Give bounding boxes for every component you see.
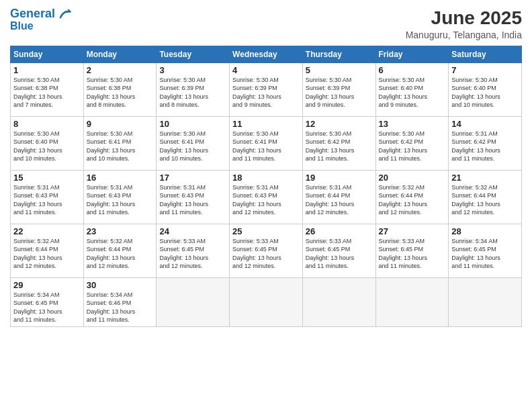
day-number: 20 bbox=[379, 173, 446, 183]
header-row: Sunday Monday Tuesday Wednesday Thursday… bbox=[11, 46, 522, 62]
day-number: 30 bbox=[87, 280, 154, 290]
day-number: 15 bbox=[13, 173, 81, 183]
calendar-cell: 13Sunrise: 5:30 AM Sunset: 6:42 PM Dayli… bbox=[375, 116, 449, 170]
day-info: Sunrise: 5:32 AM Sunset: 6:44 PM Dayligh… bbox=[87, 237, 154, 271]
calendar-cell: 2Sunrise: 5:30 AM Sunset: 6:38 PM Daylig… bbox=[83, 62, 157, 116]
calendar-cell: 22Sunrise: 5:32 AM Sunset: 6:44 PM Dayli… bbox=[11, 224, 84, 277]
day-info: Sunrise: 5:33 AM Sunset: 6:45 PM Dayligh… bbox=[232, 237, 300, 271]
calendar-cell: 30Sunrise: 5:34 AM Sunset: 6:46 PM Dayli… bbox=[83, 277, 157, 326]
day-number: 21 bbox=[451, 173, 519, 183]
calendar-week-4: 22Sunrise: 5:32 AM Sunset: 6:44 PM Dayli… bbox=[11, 224, 522, 277]
calendar-cell: 8Sunrise: 5:30 AM Sunset: 6:40 PM Daylig… bbox=[11, 116, 84, 170]
day-info: Sunrise: 5:30 AM Sunset: 6:40 PM Dayligh… bbox=[13, 130, 81, 163]
day-number: 14 bbox=[451, 119, 519, 129]
col-tuesday: Tuesday bbox=[157, 46, 230, 62]
day-info: Sunrise: 5:30 AM Sunset: 6:39 PM Dayligh… bbox=[306, 76, 373, 109]
day-info: Sunrise: 5:31 AM Sunset: 6:43 PM Dayligh… bbox=[13, 183, 81, 217]
col-friday: Friday bbox=[375, 46, 449, 62]
calendar-week-1: 1Sunrise: 5:30 AM Sunset: 6:38 PM Daylig… bbox=[11, 62, 522, 116]
day-info: Sunrise: 5:30 AM Sunset: 6:40 PM Dayligh… bbox=[451, 76, 519, 109]
day-info: Sunrise: 5:32 AM Sunset: 6:44 PM Dayligh… bbox=[379, 183, 446, 217]
day-number: 26 bbox=[306, 226, 373, 236]
day-number: 22 bbox=[13, 226, 81, 236]
day-info: Sunrise: 5:31 AM Sunset: 6:43 PM Dayligh… bbox=[87, 183, 154, 217]
day-info: Sunrise: 5:34 AM Sunset: 6:46 PM Dayligh… bbox=[87, 291, 154, 324]
day-number: 4 bbox=[232, 65, 300, 75]
day-number: 19 bbox=[306, 173, 373, 183]
calendar-cell bbox=[449, 277, 522, 326]
day-info: Sunrise: 5:30 AM Sunset: 6:42 PM Dayligh… bbox=[306, 130, 373, 163]
day-number: 24 bbox=[159, 226, 226, 236]
calendar-cell: 16Sunrise: 5:31 AM Sunset: 6:43 PM Dayli… bbox=[83, 170, 157, 224]
day-info: Sunrise: 5:32 AM Sunset: 6:44 PM Dayligh… bbox=[451, 183, 519, 217]
day-info: Sunrise: 5:31 AM Sunset: 6:44 PM Dayligh… bbox=[306, 183, 373, 217]
location: Manuguru, Telangana, India bbox=[406, 30, 522, 40]
calendar-cell: 12Sunrise: 5:30 AM Sunset: 6:42 PM Dayli… bbox=[302, 116, 375, 170]
month-title: June 2025 bbox=[406, 7, 522, 30]
day-number: 12 bbox=[306, 119, 373, 129]
day-info: Sunrise: 5:30 AM Sunset: 6:40 PM Dayligh… bbox=[379, 76, 446, 109]
calendar-cell: 3Sunrise: 5:30 AM Sunset: 6:39 PM Daylig… bbox=[157, 62, 230, 116]
day-info: Sunrise: 5:30 AM Sunset: 6:41 PM Dayligh… bbox=[87, 130, 154, 163]
calendar-cell: 4Sunrise: 5:30 AM Sunset: 6:39 PM Daylig… bbox=[230, 62, 303, 116]
day-info: Sunrise: 5:32 AM Sunset: 6:44 PM Dayligh… bbox=[13, 237, 81, 271]
col-sunday: Sunday bbox=[11, 46, 84, 62]
calendar-cell: 21Sunrise: 5:32 AM Sunset: 6:44 PM Dayli… bbox=[449, 170, 522, 224]
day-number: 6 bbox=[379, 65, 446, 75]
day-number: 29 bbox=[13, 280, 81, 290]
day-number: 17 bbox=[159, 173, 226, 183]
col-saturday: Saturday bbox=[449, 46, 522, 62]
calendar-cell: 25Sunrise: 5:33 AM Sunset: 6:45 PM Dayli… bbox=[230, 224, 303, 277]
calendar-cell: 27Sunrise: 5:33 AM Sunset: 6:45 PM Dayli… bbox=[375, 224, 449, 277]
calendar-cell: 17Sunrise: 5:31 AM Sunset: 6:43 PM Dayli… bbox=[157, 170, 230, 224]
calendar-cell: 26Sunrise: 5:33 AM Sunset: 6:45 PM Dayli… bbox=[302, 224, 375, 277]
calendar-cell: 11Sunrise: 5:30 AM Sunset: 6:41 PM Dayli… bbox=[230, 116, 303, 170]
calendar-cell: 24Sunrise: 5:33 AM Sunset: 6:45 PM Dayli… bbox=[157, 224, 230, 277]
calendar-cell: 7Sunrise: 5:30 AM Sunset: 6:40 PM Daylig… bbox=[449, 62, 522, 116]
day-info: Sunrise: 5:30 AM Sunset: 6:41 PM Dayligh… bbox=[232, 130, 300, 163]
col-thursday: Thursday bbox=[302, 46, 375, 62]
day-info: Sunrise: 5:30 AM Sunset: 6:39 PM Dayligh… bbox=[159, 76, 226, 109]
day-number: 1 bbox=[13, 65, 81, 75]
calendar-cell: 9Sunrise: 5:30 AM Sunset: 6:41 PM Daylig… bbox=[83, 116, 157, 170]
logo-text: General bbox=[10, 7, 55, 21]
calendar-week-2: 8Sunrise: 5:30 AM Sunset: 6:40 PM Daylig… bbox=[11, 116, 522, 170]
calendar-cell: 28Sunrise: 5:34 AM Sunset: 6:45 PM Dayli… bbox=[449, 224, 522, 277]
day-number: 9 bbox=[87, 119, 154, 129]
calendar-cell: 14Sunrise: 5:31 AM Sunset: 6:42 PM Dayli… bbox=[449, 116, 522, 170]
day-info: Sunrise: 5:33 AM Sunset: 6:45 PM Dayligh… bbox=[306, 237, 373, 271]
day-number: 11 bbox=[232, 119, 300, 129]
calendar-table: Sunday Monday Tuesday Wednesday Thursday… bbox=[10, 46, 522, 327]
day-info: Sunrise: 5:33 AM Sunset: 6:45 PM Dayligh… bbox=[159, 237, 226, 271]
calendar-cell: 18Sunrise: 5:31 AM Sunset: 6:43 PM Dayli… bbox=[230, 170, 303, 224]
day-info: Sunrise: 5:31 AM Sunset: 6:42 PM Dayligh… bbox=[451, 130, 519, 163]
calendar-cell: 15Sunrise: 5:31 AM Sunset: 6:43 PM Dayli… bbox=[11, 170, 84, 224]
day-info: Sunrise: 5:31 AM Sunset: 6:43 PM Dayligh… bbox=[159, 183, 226, 217]
calendar-cell bbox=[375, 277, 449, 326]
day-number: 18 bbox=[232, 173, 300, 183]
header: General Blue June 2025 Manuguru, Telanga… bbox=[10, 7, 522, 40]
calendar-cell: 19Sunrise: 5:31 AM Sunset: 6:44 PM Dayli… bbox=[302, 170, 375, 224]
logo-icon bbox=[56, 7, 71, 21]
calendar-cell: 1Sunrise: 5:30 AM Sunset: 6:38 PM Daylig… bbox=[11, 62, 84, 116]
day-info: Sunrise: 5:30 AM Sunset: 6:38 PM Dayligh… bbox=[13, 76, 81, 109]
day-info: Sunrise: 5:33 AM Sunset: 6:45 PM Dayligh… bbox=[379, 237, 446, 271]
day-info: Sunrise: 5:30 AM Sunset: 6:42 PM Dayligh… bbox=[379, 130, 446, 163]
calendar-cell bbox=[302, 277, 375, 326]
day-info: Sunrise: 5:30 AM Sunset: 6:38 PM Dayligh… bbox=[87, 76, 154, 109]
logo: General Blue bbox=[10, 7, 71, 32]
calendar-cell: 10Sunrise: 5:30 AM Sunset: 6:41 PM Dayli… bbox=[157, 116, 230, 170]
title-block: June 2025 Manuguru, Telangana, India bbox=[406, 7, 522, 40]
calendar-cell bbox=[157, 277, 230, 326]
calendar-week-5: 29Sunrise: 5:34 AM Sunset: 6:45 PM Dayli… bbox=[11, 277, 522, 326]
calendar-week-3: 15Sunrise: 5:31 AM Sunset: 6:43 PM Dayli… bbox=[11, 170, 522, 224]
day-number: 27 bbox=[379, 226, 446, 236]
day-info: Sunrise: 5:30 AM Sunset: 6:41 PM Dayligh… bbox=[159, 130, 226, 163]
day-info: Sunrise: 5:34 AM Sunset: 6:45 PM Dayligh… bbox=[13, 291, 81, 324]
day-number: 16 bbox=[87, 173, 154, 183]
day-number: 7 bbox=[451, 65, 519, 75]
calendar-cell: 29Sunrise: 5:34 AM Sunset: 6:45 PM Dayli… bbox=[11, 277, 84, 326]
logo-text2: Blue bbox=[10, 20, 71, 32]
calendar-cell: 5Sunrise: 5:30 AM Sunset: 6:39 PM Daylig… bbox=[302, 62, 375, 116]
calendar-cell: 20Sunrise: 5:32 AM Sunset: 6:44 PM Dayli… bbox=[375, 170, 449, 224]
